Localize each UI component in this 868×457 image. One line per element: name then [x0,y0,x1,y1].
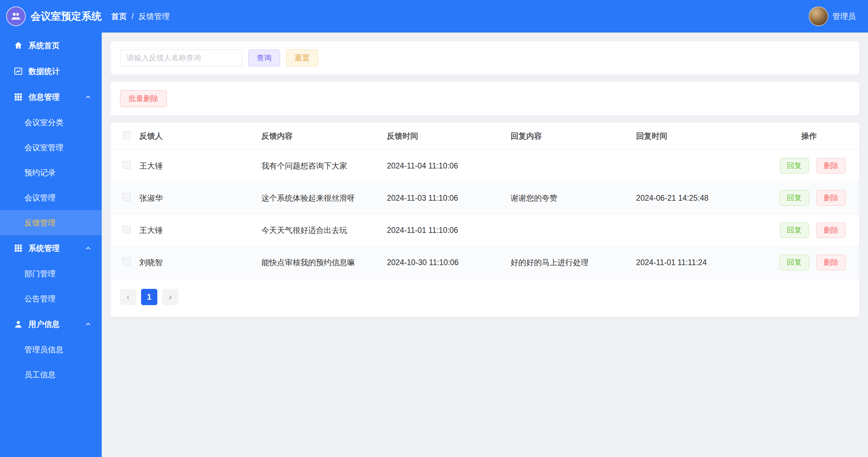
col-header-feedback-content: 反馈内容 [258,123,383,150]
row-checkbox[interactable] [123,258,131,265]
main-content: 查询 重置 批量删除 反馈人 反馈内容 反馈时间 回复内容 回复时间 操作 [102,33,868,325]
breadcrumb: 首页 / 反馈管理 [111,11,170,22]
sidebar-item-department-manage[interactable]: 部门管理 [0,261,102,286]
sidebar-item-label: 系统首页 [28,40,102,51]
breadcrumb-separator: / [132,12,134,21]
home-icon [14,41,23,50]
sidebar-item-booking-records[interactable]: 预约记录 [0,160,102,185]
sidebar-item-announcement-manage[interactable]: 公告管理 [0,286,102,311]
table-header-row: 反馈人 反馈内容 反馈时间 回复内容 回复时间 操作 [111,123,859,150]
row-checkbox[interactable] [123,225,131,233]
reply-button[interactable]: 回复 [780,158,809,174]
table-row: 刘晓智 能快点审核我的预约信息嘛 2024-10-30 11:10:06 好的好… [111,246,859,279]
reply-button[interactable]: 回复 [780,190,809,206]
cell-reply-content: 好的好的马上进行处理 [507,246,633,279]
cell-feedback-time: 2024-11-04 11:10:06 [383,150,507,182]
sidebar-item-meeting-manage[interactable]: 会议管理 [0,185,102,210]
sidebar: 系统首页 数据统计 信息管理 会议室分类 会议室管理 预约记录 会议管理 反馈管… [0,33,102,457]
cell-reply-content [507,150,633,182]
grid-icon [14,92,23,102]
logo-area: 会议室预定系统 [0,6,102,26]
search-input[interactable] [120,49,242,66]
table-row: 张淑华 这个系统体验起来很丝滑呀 2024-11-03 11:10:06 谢谢您… [111,182,859,214]
grid-icon [14,243,23,253]
reply-button[interactable]: 回复 [780,255,809,270]
sidebar-group-users[interactable]: 用户信息 [0,311,102,337]
select-all-checkbox[interactable] [123,131,131,139]
search-toolbar: 查询 重置 [111,41,859,75]
chevron-up-icon [85,321,92,327]
batch-delete-button[interactable]: 批量删除 [120,90,167,107]
topbar: 会议室预定系统 首页 / 反馈管理 管理员 [0,0,868,33]
col-header-reply-time: 回复时间 [633,123,767,150]
query-button[interactable]: 查询 [248,49,280,66]
cell-reply-time [633,214,767,246]
cell-reply-content: 谢谢您的夸赞 [507,182,633,214]
sidebar-item-feedback-manage[interactable]: 反馈管理 [0,210,102,235]
breadcrumb-home[interactable]: 首页 [111,11,127,22]
delete-button[interactable]: 删除 [816,190,846,206]
app-title: 会议室预定系统 [31,9,102,23]
col-header-feedback-time: 反馈时间 [383,123,507,150]
user-icon [14,319,23,329]
cell-feedback-content: 这个系统体验起来很丝滑呀 [258,182,383,214]
col-header-actions: 操作 [767,123,859,150]
cell-feedback-user: 刘晓智 [136,246,258,279]
batch-toolbar: 批量删除 [111,82,859,115]
sidebar-item-room-manage[interactable]: 会议室管理 [0,135,102,160]
sidebar-item-room-category[interactable]: 会议室分类 [0,110,102,135]
breadcrumb-current: 反馈管理 [138,11,170,22]
cell-reply-content [507,214,633,246]
cell-feedback-time: 2024-11-01 11:10:06 [383,214,507,246]
cell-feedback-user: 王大锤 [136,150,258,182]
delete-button[interactable]: 删除 [816,222,846,238]
cell-feedback-content: 我有个问题想咨询下大家 [258,150,383,182]
cell-feedback-time: 2024-11-03 11:10:06 [383,182,507,214]
cell-feedback-time: 2024-10-30 11:10:06 [383,246,507,279]
reply-button[interactable]: 回复 [780,222,809,238]
delete-button[interactable]: 删除 [816,158,846,174]
cell-feedback-content: 能快点审核我的预约信息嘛 [258,246,383,279]
cell-feedback-user: 王大锤 [136,214,258,246]
chart-icon [14,66,23,76]
chevron-up-icon [85,245,92,252]
row-checkbox[interactable] [123,193,131,201]
sidebar-item-admin-info[interactable]: 管理员信息 [0,337,102,362]
col-header-reply-content: 回复内容 [507,123,633,150]
cell-reply-time [633,150,767,182]
app-logo-icon [6,6,26,26]
delete-button[interactable]: 删除 [816,255,846,270]
sidebar-group-info[interactable]: 信息管理 [0,84,102,110]
row-checkbox[interactable] [123,161,131,169]
sidebar-group-label: 用户信息 [28,319,79,330]
sidebar-group-label: 系统管理 [28,243,79,254]
sidebar-item-employee-info[interactable]: 员工信息 [0,362,102,387]
sidebar-item-stats[interactable]: 数据统计 [0,58,102,84]
sidebar-item-label: 数据统计 [28,66,102,77]
user-name: 管理员 [832,11,856,22]
user-area[interactable]: 管理员 [809,6,868,26]
reset-button[interactable]: 重置 [286,49,318,66]
cell-reply-time: 2024-11-01 11:11:24 [633,246,767,279]
chevron-up-icon [85,94,92,100]
cell-reply-time: 2024-06-21 14:25:48 [633,182,767,214]
pagination: ‹ 1 › [111,279,859,310]
cell-feedback-user: 张淑华 [136,182,258,214]
pagination-next-icon[interactable]: › [162,289,178,305]
pagination-prev-icon[interactable]: ‹ [120,289,136,305]
sidebar-item-home[interactable]: 系统首页 [0,33,102,58]
user-avatar[interactable] [809,6,828,26]
pagination-page-1[interactable]: 1 [141,289,157,305]
col-header-feedback-user: 反馈人 [136,123,258,150]
sidebar-group-system[interactable]: 系统管理 [0,235,102,261]
cell-feedback-content: 今天天气很好适合出去玩 [258,214,383,246]
feedback-table-card: 反馈人 反馈内容 反馈时间 回复内容 回复时间 操作 王大锤 我有个问题想咨询下… [111,123,859,317]
table-row: 王大锤 今天天气很好适合出去玩 2024-11-01 11:10:06 回复 删… [111,214,859,246]
feedback-table: 反馈人 反馈内容 反馈时间 回复内容 回复时间 操作 王大锤 我有个问题想咨询下… [111,123,859,279]
sidebar-group-label: 信息管理 [28,92,79,102]
table-row: 王大锤 我有个问题想咨询下大家 2024-11-04 11:10:06 回复 删… [111,150,859,182]
